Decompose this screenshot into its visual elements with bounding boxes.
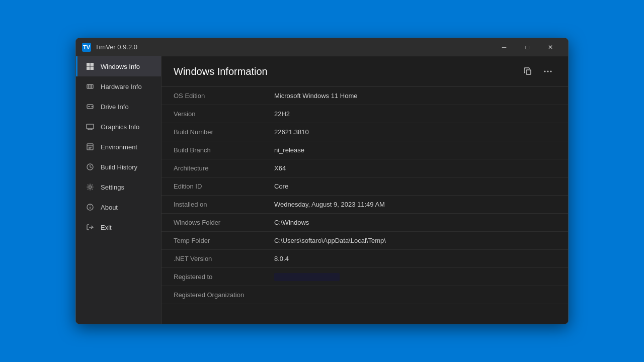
table-row: Build Number22621.3810	[162, 123, 568, 141]
svg-point-9	[92, 106, 93, 108]
content-area: Windows Info Hardware Info	[76, 56, 568, 324]
header-actions	[520, 63, 556, 79]
table-row: Build Branchni_release	[162, 141, 568, 159]
row-label: Edition ID	[174, 183, 274, 190]
table-row: .NET Version8.0.4	[162, 250, 568, 268]
sidebar-label-build-history: Build History	[101, 163, 137, 171]
close-button[interactable]: ✕	[539, 38, 562, 56]
app-window: TV TimVer 0.9.2.0 ─ □ ✕ Wind	[75, 38, 569, 324]
row-label: .NET Version	[174, 255, 274, 262]
windows-icon	[86, 62, 95, 71]
svg-point-27	[547, 71, 549, 72]
row-value: ni_release	[274, 146, 556, 154]
row-label: Architecture	[174, 164, 274, 172]
table-row: Version22H2	[162, 105, 568, 123]
maximize-button[interactable]: □	[516, 38, 539, 56]
sidebar-label-settings: Settings	[101, 184, 124, 191]
redacted-value: ██████████████	[274, 273, 340, 281]
svg-rect-25	[526, 70, 531, 74]
sidebar-label-about: About	[101, 204, 118, 211]
svg-point-23	[90, 205, 90, 206]
table-row: OS EditionMicrosoft Windows 11 Home	[162, 87, 568, 105]
table-row: Windows FolderC:\Windows	[162, 214, 568, 232]
row-label: Temp Folder	[174, 237, 274, 244]
row-label: Registered Organization	[174, 291, 274, 299]
svg-point-20	[89, 186, 92, 189]
table-row: Edition IDCore	[162, 177, 568, 196]
copy-button[interactable]	[520, 63, 536, 79]
minimize-button[interactable]: ─	[493, 38, 516, 56]
sidebar-item-build-history[interactable]: Build History	[76, 157, 161, 177]
info-table: OS EditionMicrosoft Windows 11 HomeVersi…	[162, 87, 568, 324]
sidebar-item-windows-info[interactable]: Windows Info	[76, 56, 161, 76]
table-row: Temp FolderC:\Users\softaro\AppData\Loca…	[162, 232, 568, 250]
table-row: Installed onWednesday, August 9, 2023 11…	[162, 196, 568, 214]
sidebar-label-hardware-info: Hardware Info	[101, 83, 142, 90]
row-value: 8.0.4	[274, 255, 556, 262]
svg-rect-11	[87, 124, 94, 129]
row-value: ██████████████	[274, 273, 556, 281]
row-label: Installed on	[174, 201, 274, 208]
row-value: 22621.3810	[274, 128, 556, 136]
row-value: Core	[274, 183, 556, 190]
sidebar-label-graphics-info: Graphics Info	[101, 123, 139, 131]
row-label: Registered to	[174, 273, 274, 281]
main-header: Windows Information	[162, 56, 568, 87]
row-label: Version	[174, 110, 274, 118]
titlebar: TV TimVer 0.9.2.0 ─ □ ✕	[76, 38, 568, 56]
build-history-icon	[86, 162, 95, 171]
sidebar-label-windows-info: Windows Info	[101, 63, 140, 70]
sidebar-item-environment[interactable]: Environment	[76, 137, 161, 157]
row-label: OS Edition	[174, 92, 274, 100]
environment-icon	[86, 142, 95, 151]
sidebar-item-exit[interactable]: Exit	[76, 217, 161, 237]
sidebar-label-environment: Environment	[101, 143, 137, 151]
drive-icon	[86, 102, 95, 111]
table-row: ArchitectureX64	[162, 159, 568, 177]
sidebar-label-exit: Exit	[101, 224, 112, 231]
table-row: Registered Organization	[162, 286, 568, 304]
more-options-button[interactable]	[540, 63, 556, 79]
row-label: Build Branch	[174, 146, 274, 154]
svg-point-28	[550, 71, 552, 72]
app-title: TimVer 0.9.2.0	[95, 43, 493, 51]
graphics-icon	[86, 122, 95, 131]
exit-icon	[86, 223, 95, 232]
row-value: Wednesday, August 9, 2023 11:49 AM	[274, 201, 556, 208]
svg-rect-1	[91, 63, 94, 66]
row-value: C:\Windows	[274, 219, 556, 226]
row-value: X64	[274, 164, 556, 172]
page-title: Windows Information	[174, 66, 520, 77]
window-controls: ─ □ ✕	[493, 38, 562, 56]
sidebar-label-drive-info: Drive Info	[101, 103, 129, 111]
svg-rect-3	[91, 67, 94, 70]
row-value: C:\Users\softaro\AppData\Local\Temp\	[274, 237, 556, 244]
row-value: 22H2	[274, 110, 556, 118]
sidebar: Windows Info Hardware Info	[76, 56, 162, 324]
table-row: Registered to██████████████	[162, 268, 568, 286]
settings-icon	[86, 183, 95, 192]
main-content: Windows Information	[162, 56, 568, 324]
hardware-icon	[86, 82, 95, 91]
row-value: Microsoft Windows 11 Home	[274, 92, 556, 100]
about-icon	[86, 203, 95, 212]
app-icon: TV	[82, 43, 91, 52]
sidebar-item-hardware-info[interactable]: Hardware Info	[76, 76, 161, 97]
row-label: Windows Folder	[174, 219, 274, 226]
svg-rect-0	[87, 63, 90, 66]
sidebar-item-about[interactable]: About	[76, 197, 161, 217]
svg-rect-2	[87, 67, 90, 70]
sidebar-item-graphics-info[interactable]: Graphics Info	[76, 117, 161, 137]
svg-point-26	[544, 71, 546, 72]
sidebar-item-drive-info[interactable]: Drive Info	[76, 97, 161, 117]
row-label: Build Number	[174, 128, 274, 136]
sidebar-item-settings[interactable]: Settings	[76, 177, 161, 197]
